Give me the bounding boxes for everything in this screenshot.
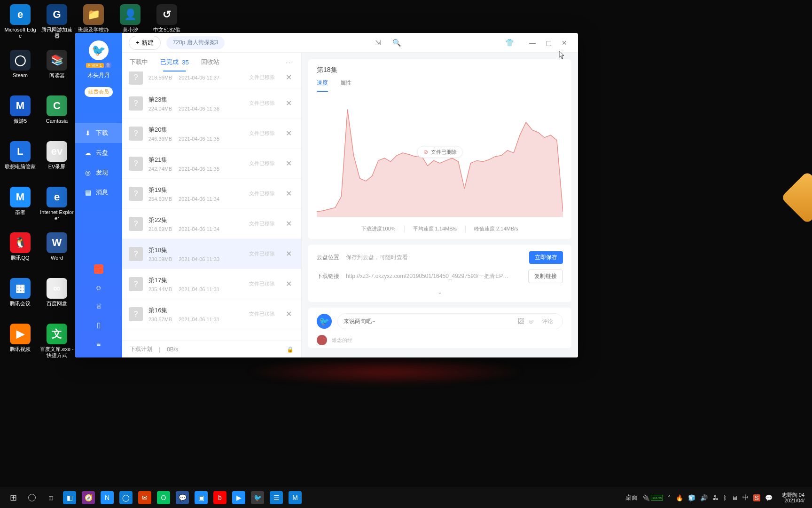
copy-link-button[interactable]: 复制链接 <box>528 270 563 283</box>
tray-battery[interactable]: 🔌100% <box>642 494 663 501</box>
detail-tab-props[interactable]: 属性 <box>340 79 351 92</box>
download-row[interactable]: ? 第22集 218.69MB2021-04-06 11:34 文件已移除 ✕ <box>122 209 301 239</box>
tray-network-icon[interactable]: 🖧 <box>712 494 718 501</box>
desktop-icon[interactable]: CCamtasia <box>39 94 75 138</box>
taskbar-app[interactable]: ◧ <box>60 488 79 507</box>
desktop-icon[interactable]: ▦腾讯会议 <box>2 276 38 321</box>
row-delete-icon[interactable]: ✕ <box>283 159 294 169</box>
taskbar-app[interactable]: ☰ <box>267 488 286 507</box>
row-delete-icon[interactable]: ✕ <box>283 309 294 319</box>
download-row[interactable]: ? 第23集 224.04MB2021-04-06 11:36 文件已移除 ✕ <box>122 88 301 119</box>
download-list[interactable]: ? 218.56MB2021-04-06 11:37 文件已移除 ✕ ? 第23… <box>122 71 301 341</box>
tray-sogou-icon[interactable]: S <box>753 494 760 501</box>
comment-input[interactable] <box>344 318 514 325</box>
tray-desktop[interactable]: 桌面 <box>625 493 638 502</box>
avatar[interactable]: 🐦 <box>89 40 109 60</box>
tray-display-icon[interactable]: 🖥 <box>732 494 738 501</box>
tab-more-icon[interactable]: ··· <box>286 59 294 66</box>
plan-label[interactable]: 下载计划 <box>130 345 152 353</box>
row-delete-icon[interactable]: ✕ <box>283 128 294 139</box>
nav-item[interactable]: ☁云盘 <box>75 143 122 163</box>
download-row[interactable]: ? 218.56MB2021-04-06 11:37 文件已移除 ✕ <box>122 71 301 88</box>
desktop-icon[interactable]: eInternet Explorer <box>39 185 75 230</box>
desktop-icon[interactable]: L联想电脑管家 <box>2 139 38 184</box>
download-row[interactable]: ? 第16集 230.57MB2021-04-06 11:31 文件已移除 ✕ <box>122 299 301 329</box>
sidebar-menu-icon[interactable]: ≡ <box>94 339 104 349</box>
row-delete-icon[interactable]: ✕ <box>283 249 294 259</box>
taskbar-app[interactable]: ▣ <box>192 488 211 507</box>
close-button[interactable]: ✕ <box>557 36 571 50</box>
sidebar-game-icon[interactable] <box>94 264 103 274</box>
download-row[interactable]: ? 第21集 242.74MB2021-04-06 11:35 文件已移除 ✕ <box>122 149 301 179</box>
row-delete-icon[interactable]: ✕ <box>283 279 294 289</box>
lock-icon[interactable]: 🔒 <box>287 346 294 353</box>
tab-recycle[interactable]: 回收站 <box>201 53 219 71</box>
taskbar-app[interactable]: ✉ <box>135 488 154 507</box>
start-button[interactable]: ⊞ <box>4 488 23 507</box>
nav-item[interactable]: ◎发现 <box>75 163 122 183</box>
link-value[interactable]: http://xz3-7.okzyxz.com/20190501/16450_4… <box>346 272 522 280</box>
download-row[interactable]: ? 第20集 246.36MB2021-04-06 11:35 文件已移除 ✕ <box>122 119 301 149</box>
desktop-icon[interactable]: G腾讯网游加速器 <box>39 2 75 47</box>
desktop-icon[interactable]: M墨者 <box>2 185 38 230</box>
taskbar-app[interactable]: 🧭 <box>79 488 98 507</box>
taskbar-app[interactable]: ◯ <box>117 488 135 507</box>
desktop-icon[interactable]: ▶腾讯视频 <box>2 322 38 366</box>
tray-volume-icon[interactable]: 🔊 <box>700 494 708 501</box>
renew-button[interactable]: 续费会员 <box>85 87 113 97</box>
tray-app2-icon[interactable]: 🧊 <box>688 494 695 501</box>
expand-icon[interactable]: ⌄ <box>317 289 563 295</box>
desktop-icon[interactable]: ∞百度网盘 <box>39 276 75 321</box>
download-row[interactable]: ? 第19集 254.60MB2021-04-06 11:34 文件已移除 ✕ <box>122 179 301 209</box>
taskbar-clock[interactable]: 志野陶 04 2021/04/ <box>782 492 804 503</box>
desktop-icon[interactable]: 🐧腾讯QQ <box>2 230 38 275</box>
download-row[interactable]: ? 第18集 230.09MB2021-04-06 11:33 文件已移除 ✕ <box>122 239 301 269</box>
task-view-button[interactable]: ◫ <box>41 488 60 507</box>
minimize-button[interactable]: ― <box>525 36 539 50</box>
download-row[interactable]: ? 第17集 235.44MB2021-04-06 11:31 文件已移除 ✕ <box>122 269 301 299</box>
taskbar-app[interactable]: b <box>211 488 229 507</box>
taskbar-app[interactable]: 🐦 <box>248 488 267 507</box>
taskbar[interactable]: ⊞ ◫ ◧🧭N◯✉O💬▣b▶🐦☰M 桌面 🔌100% ˄ 🔥 🧊 🔊 🖧 ᛒ 🖥… <box>0 487 812 508</box>
search-icon[interactable]: 🔍 <box>390 36 403 49</box>
tab-completed[interactable]: 已完成 35 <box>160 53 189 71</box>
remote-download-icon[interactable]: ⇲ <box>371 36 384 49</box>
save-cloud-button[interactable]: 立即保存 <box>529 251 563 264</box>
comment-button[interactable]: 评论 <box>538 318 557 325</box>
desktop-icon[interactable]: WWord <box>39 230 75 275</box>
tray-app1-icon[interactable]: 🔥 <box>676 494 683 501</box>
desktop-icon[interactable]: ◯Steam <box>2 48 38 93</box>
taskbar-app[interactable]: M <box>286 488 304 507</box>
desktop-icon[interactable]: M傲游5 <box>2 94 38 138</box>
row-delete-icon[interactable]: ✕ <box>283 98 294 109</box>
sidebar-media-icon[interactable]: ☺ <box>94 282 104 293</box>
nav-item[interactable]: ⬇下载 <box>75 123 122 143</box>
tray-bluetooth-icon[interactable]: ᛒ <box>723 494 727 501</box>
tab-downloading[interactable]: 下载中 <box>130 53 148 71</box>
taskbar-app[interactable]: O <box>154 488 173 507</box>
maximize-button[interactable]: ▢ <box>541 36 555 50</box>
sidebar-phone-icon[interactable]: ▯ <box>94 320 104 330</box>
tray-chevron-icon[interactable]: ˄ <box>668 494 671 501</box>
row-delete-icon[interactable]: ✕ <box>283 189 294 199</box>
emoji-icon[interactable]: ☺ <box>528 318 534 325</box>
sidebar-crown-icon[interactable]: ♕ <box>94 301 104 311</box>
desktop-icon[interactable]: eMicrosoft Edge <box>2 2 38 47</box>
comment-input-wrap[interactable]: 🖼 ☺ 评论 <box>337 313 563 329</box>
desktop-icon[interactable]: evEV录屏 <box>39 139 75 184</box>
taskbar-app[interactable]: N <box>98 488 117 507</box>
image-icon[interactable]: 🖼 <box>517 318 524 325</box>
tray-notifications-icon[interactable]: 💬 <box>765 494 773 501</box>
row-delete-icon[interactable]: ✕ <box>283 219 294 229</box>
search-pill[interactable]: 720p 唐人街探案3 <box>166 36 225 49</box>
search-button[interactable] <box>23 488 41 507</box>
new-button[interactable]: +新建 <box>129 36 161 50</box>
detail-tab-speed[interactable]: 速度 <box>317 79 328 92</box>
row-delete-icon[interactable]: ✕ <box>283 72 294 83</box>
tray-ime[interactable]: 中 <box>742 493 749 502</box>
skin-icon[interactable]: 👕 <box>503 36 516 49</box>
taskbar-app[interactable]: ▶ <box>229 488 248 507</box>
nav-item[interactable]: ▤消息 <box>75 183 122 202</box>
desktop[interactable]: eMicrosoft EdgeG腾讯网游加速器📁班级及学校办👤莫小汐↺中文518… <box>0 0 812 508</box>
desktop-icon[interactable]: 📚阅读器 <box>39 48 75 93</box>
